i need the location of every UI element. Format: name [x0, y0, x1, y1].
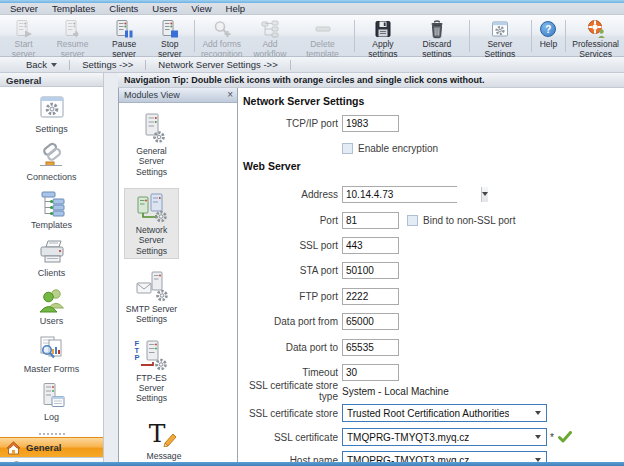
enable-encryption-checkbox[interactable] — [342, 143, 353, 154]
ftp-port-row: FTP port — [238, 287, 624, 305]
start-server-button[interactable]: Start server — [2, 17, 45, 55]
toolbar-separator — [354, 20, 355, 52]
discard-settings-button[interactable]: Discard settings — [408, 17, 465, 55]
workflow-icon — [259, 19, 281, 39]
ssl-port-input[interactable] — [342, 237, 399, 254]
close-icon[interactable]: × — [227, 90, 233, 100]
port-input[interactable] — [342, 212, 399, 229]
server-gear-icon — [135, 112, 169, 144]
application-window: Server Templates Clients Users View Help… — [0, 0, 624, 466]
delete-template-button[interactable]: Delete template — [294, 17, 350, 55]
ssl-port-label: SSL port — [238, 240, 338, 251]
ssl-certificate-store-select[interactable]: Trusted Root Certification Authorities — [342, 404, 547, 422]
breadcrumb-settings[interactable]: Settings ->> — [70, 59, 145, 70]
sidebar-footer: General Tools » — [0, 429, 103, 466]
network-servers-gear-icon — [135, 191, 169, 223]
sidebar-item-settings[interactable]: Settings — [35, 93, 68, 134]
breadcrumb-network-server-settings[interactable]: Network Server Settings ->> — [146, 59, 289, 70]
menu-clients[interactable]: Clients — [109, 3, 138, 14]
ssl-certificate-value: TMQPRG-TMYQT3.myq.cz — [347, 432, 469, 443]
breadcrumb: Back Settings ->> Network Server Setting… — [0, 57, 624, 73]
sidebar-item-clients[interactable]: Clients — [36, 237, 68, 278]
module-message-customizations[interactable]: T Message Customizations — [124, 414, 204, 466]
cert-store-type-label: SSL certificate store type — [238, 380, 338, 402]
professional-services-button[interactable]: Professional Services — [569, 17, 622, 55]
timeout-input[interactable] — [342, 364, 399, 381]
sidebar-tab-general-label: General — [26, 442, 61, 453]
chevron-down-icon — [535, 411, 541, 415]
text-pencil-icon: T — [147, 417, 181, 449]
help-button[interactable]: ? Help — [534, 17, 562, 55]
window-gear-icon — [489, 19, 511, 39]
module-label: FTP-ES Server Settings — [125, 373, 178, 404]
back-button[interactable]: Back — [14, 59, 69, 70]
navigation-tip-bar: Navigation Tip: Double click icons with … — [118, 73, 624, 88]
chevron-down-icon — [535, 435, 541, 439]
menu-view[interactable]: View — [191, 3, 211, 14]
life-ring-person-icon — [585, 19, 607, 39]
server-settings-button[interactable]: Server Settings — [472, 17, 527, 55]
sidebar-tab-general[interactable]: General — [0, 437, 103, 457]
module-ftp-es-server-settings[interactable]: FTP FTP-ES Server Settings — [124, 336, 179, 407]
window-gear-icon — [36, 93, 68, 123]
required-asterisk: * — [550, 432, 554, 443]
sidebar-item-label: Templates — [31, 220, 72, 230]
server-pause-icon — [113, 19, 135, 39]
module-general-server-settings[interactable]: General Server Settings — [124, 109, 179, 180]
cert-store-type-row: SSL certificate store type System - Loca… — [238, 382, 624, 400]
add-workflow-button[interactable]: Add workflow — [246, 17, 295, 55]
module-smtp-server-settings[interactable]: SMTP Server Settings — [124, 267, 179, 328]
sidebar-item-templates[interactable]: Templates — [31, 189, 72, 230]
ssl-certificate-row: SSL certificate TMQPRG-TMYQT3.myq.cz * — [238, 428, 624, 446]
sidebar-item-connections[interactable]: Connections — [26, 141, 76, 182]
pause-server-button[interactable]: Pause server — [100, 17, 148, 55]
bind-non-ssl-checkbox[interactable] — [407, 215, 418, 226]
menu-server[interactable]: Server — [10, 3, 38, 14]
users-icon — [36, 285, 68, 315]
ftp-port-input[interactable] — [342, 288, 399, 305]
address-label: Address — [238, 189, 338, 200]
apply-settings-button[interactable]: Apply settings — [358, 17, 409, 55]
module-network-server-settings[interactable]: Network Server Settings — [124, 188, 179, 259]
delete-bar-icon — [312, 19, 334, 39]
flowchart-icon — [36, 189, 68, 219]
stop-server-button[interactable]: Stop server — [148, 17, 191, 55]
chain-link-icon — [35, 141, 67, 171]
modules-view-panel: Modules View × General Server Settings N… — [118, 88, 238, 462]
data-port-from-input[interactable] — [342, 313, 399, 330]
sidebar-item-master-forms[interactable]: Master Forms — [24, 333, 80, 374]
sidebar-item-users[interactable]: Users — [36, 285, 68, 326]
sidebar-item-label: Log — [44, 412, 59, 422]
floppy-disk-icon — [372, 19, 394, 39]
printer-icon — [36, 237, 68, 267]
cert-store-row: SSL certificate store Trusted Root Certi… — [238, 404, 624, 422]
address-input[interactable] — [343, 187, 481, 202]
enable-encryption-row: Enable encryption — [238, 139, 624, 157]
sidebar-item-label: Master Forms — [24, 364, 80, 374]
question-mark-glyph: ? — [540, 21, 556, 37]
help-icon: ? — [537, 19, 559, 39]
breadcrumb-settings-label: Settings ->> — [82, 59, 133, 70]
menu-help[interactable]: Help — [226, 3, 246, 14]
cert-store-type-value: System - Local Machine — [342, 386, 449, 397]
menu-users[interactable]: Users — [152, 3, 177, 14]
sta-port-label: STA port — [238, 265, 338, 276]
sta-port-input[interactable] — [342, 262, 399, 279]
menu-templates[interactable]: Templates — [52, 3, 95, 14]
add-forms-recognition-button[interactable]: Add forms recognition — [198, 17, 246, 55]
ssl-port-row: SSL port — [238, 236, 624, 254]
trash-icon — [426, 19, 448, 39]
address-combobox[interactable] — [342, 186, 457, 203]
sidebar-item-label: Clients — [38, 268, 66, 278]
timeout-row: Timeout — [238, 363, 624, 381]
module-label: SMTP Server Settings — [125, 304, 178, 325]
dropdown-button[interactable] — [481, 187, 488, 202]
network-server-settings-form: Network Server Settings TCP/IP port Enab… — [238, 88, 624, 462]
host-name-select[interactable]: TMQPRG-TMYQT3.myq.cz — [342, 451, 547, 462]
data-port-to-input[interactable] — [342, 339, 399, 356]
sidebar-item-log[interactable]: Log — [36, 381, 68, 422]
resume-server-button[interactable]: Resume server — [45, 17, 100, 55]
sta-port-row: STA port — [238, 261, 624, 279]
tcp-ip-port-input[interactable] — [342, 115, 399, 132]
ssl-certificate-select[interactable]: TMQPRG-TMYQT3.myq.cz — [342, 428, 547, 446]
